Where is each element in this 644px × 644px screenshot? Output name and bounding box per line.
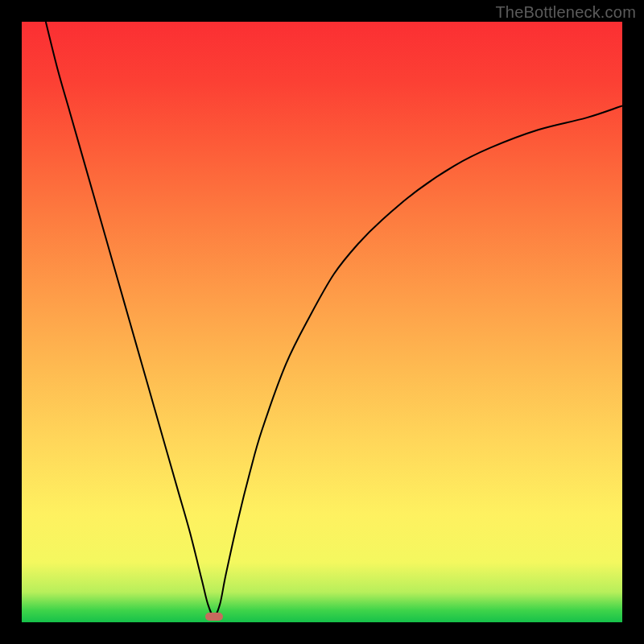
bottleneck-curve — [22, 22, 622, 622]
minimum-marker — [205, 613, 223, 621]
curve-path — [46, 22, 622, 617]
chart-frame: TheBottleneck.com — [0, 0, 644, 644]
plot-area — [22, 22, 622, 622]
watermark-text: TheBottleneck.com — [495, 3, 636, 22]
